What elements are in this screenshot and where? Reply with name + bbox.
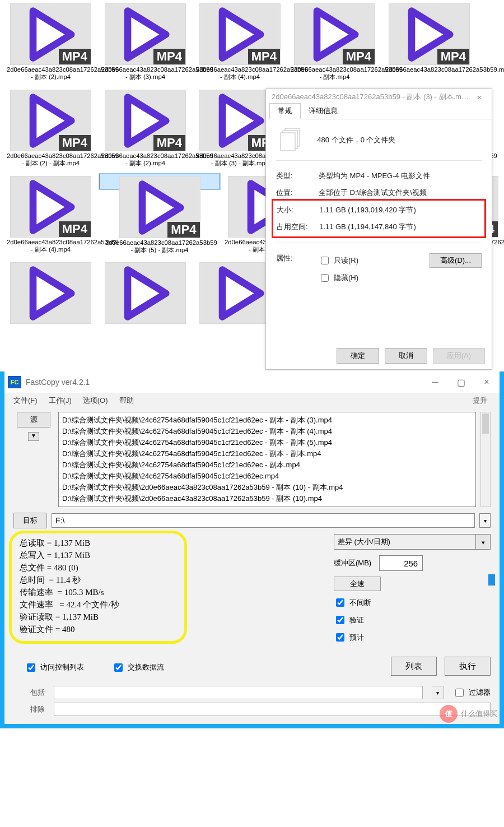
mode-dropdown-icon[interactable]: ▾ <box>476 534 491 550</box>
swap-checkbox[interactable]: 交换数据流 <box>112 662 164 673</box>
maximize-icon[interactable]: ▢ <box>448 374 474 391</box>
dest-input[interactable] <box>52 513 475 528</box>
close-icon[interactable]: × <box>470 92 488 102</box>
scrollbar[interactable] <box>480 412 491 507</box>
fastcopy-window: FC FastCopy ver4.2.1 ─ ▢ × 文件(F) 工作(J) 选… <box>0 371 504 728</box>
file-tile[interactable]: MP42d0e66aeac43a823c08aa17262a53b59 - 副本… <box>99 87 192 171</box>
app-icon: FC <box>8 376 21 388</box>
window-title: FastCopy ver4.2.1 <box>26 378 422 387</box>
location-label: 位置: <box>276 188 319 198</box>
exclude-input[interactable] <box>54 703 491 716</box>
nonstop-checkbox[interactable]: 不间断 <box>334 597 491 608</box>
file-tile[interactable]: MP42d0e66aeac43a823c08aa17262a53b59 - 副本… <box>99 174 220 189</box>
filter-checkbox[interactable]: 过滤器 <box>453 687 491 699</box>
stats-panel: 总读取 = 1,137 MiB 总写入 = 1,137 MiB 总文件 = 48… <box>13 534 183 640</box>
acl-checkbox[interactable]: 访问控制列表 <box>25 662 84 673</box>
menu-option[interactable]: 选项(O) <box>78 393 113 408</box>
type-value: 类型均为 MP4 - MPEG-4 电影文件 <box>319 171 482 181</box>
source-list[interactable]: D:\综合测试文件夹\视频\24c62754a68dfaf59045c1cf21… <box>58 412 476 507</box>
file-tile[interactable]: MP42d0e66aeac43a823c08aa17262a53b59 - 副本… <box>4 174 97 258</box>
file-tile[interactable]: MP42d0e66aeac43a823c08aa17262a53b59 - 副本… <box>99 1 192 85</box>
include-dropdown[interactable]: ▾ <box>432 686 444 699</box>
cancel-button[interactable]: 取消 <box>385 348 427 364</box>
tab-general[interactable]: 常规 <box>269 103 301 119</box>
exec-button[interactable]: 执行 <box>445 657 491 676</box>
apply-button[interactable]: 应用(A) <box>433 348 485 364</box>
size-label: 大小: <box>277 205 319 215</box>
file-tile[interactable]: MP42d0e66aeac43a823c08aa17262a53b59 - 副本… <box>288 1 381 85</box>
svg-rect-2 <box>281 133 295 151</box>
include-label: 包括 <box>13 687 45 698</box>
properties-dialog: 2d0e66aeac43a823c08aa17262a53b59 - 副本 (3… <box>265 89 492 370</box>
speed-slider-knob[interactable] <box>488 574 495 586</box>
include-input[interactable] <box>54 686 423 699</box>
dest-dropdown[interactable]: ▾ <box>479 513 491 528</box>
mode-select[interactable] <box>334 534 476 550</box>
menu-help[interactable]: 帮助 <box>115 393 138 408</box>
list-button[interactable]: 列表 <box>391 657 437 676</box>
buffer-label: 缓冲区(MB) <box>334 558 371 568</box>
file-tile[interactable]: MP42d0e66aeac43a823c08aa17262a53b59 - 副本… <box>4 1 97 85</box>
menu-work[interactable]: 工作(J) <box>44 393 76 408</box>
readonly-checkbox[interactable]: 只读(R) <box>319 255 358 266</box>
menu-rise[interactable]: 提升 <box>468 393 495 408</box>
properties-title: 2d0e66aeac43a823c08aa17262a53b59 - 副本 (3… <box>272 92 470 102</box>
source-dropdown[interactable]: ▼ <box>28 432 39 441</box>
file-tile[interactable]: MP42d0e66aeac43a823c08aa17262a53b59.mp4 <box>383 1 475 85</box>
watermark: 值什么值得买 <box>440 705 497 723</box>
dest-button[interactable]: 目标 <box>13 513 47 528</box>
source-button[interactable]: 源 <box>17 412 50 428</box>
ok-button[interactable]: 确定 <box>337 348 379 364</box>
size-highlight-box: 大小:1.11 GB (1,193,019,420 字节) 占用空间:1.11 … <box>272 199 486 238</box>
disk-value: 1.11 GB (1,194,147,840 字节) <box>319 222 481 232</box>
stats-text: 总读取 = 1,137 MiB 总写入 = 1,137 MiB 总文件 = 48… <box>9 531 187 644</box>
file-count: 480 个文件，0 个文件夹 <box>317 135 395 145</box>
fullspeed-button[interactable]: 全速 <box>334 577 381 591</box>
files-stack-icon <box>278 127 304 154</box>
buffer-input[interactable] <box>379 555 423 571</box>
explorer-window: MP42d0e66aeac43a823c08aa17262a53b59 - 副本… <box>0 0 504 371</box>
exclude-label: 排除 <box>13 704 45 714</box>
file-tile[interactable] <box>99 260 192 324</box>
verify-checkbox[interactable]: 验证 <box>334 614 491 626</box>
menu-bar: 文件(F) 工作(J) 选项(O) 帮助 提升 <box>4 393 500 408</box>
advanced-button[interactable]: 高级(D)... <box>430 253 482 268</box>
disk-label: 占用空间: <box>277 222 319 232</box>
location-value: 全部位于 D:\综合测试文件夹\视频 <box>319 188 482 198</box>
menu-file[interactable]: 文件(F) <box>9 393 42 408</box>
minimize-icon[interactable]: ─ <box>422 374 448 391</box>
titlebar: FC FastCopy ver4.2.1 ─ ▢ × <box>4 371 500 393</box>
size-value: 1.11 GB (1,193,019,420 字节) <box>319 205 481 215</box>
file-tile[interactable]: MP42d0e66aeac43a823c08aa17262a53b59 - 副本… <box>194 1 286 85</box>
close-icon[interactable]: × <box>474 374 500 391</box>
hidden-checkbox[interactable]: 隐藏(H) <box>319 272 482 284</box>
file-tile[interactable] <box>4 260 97 324</box>
type-label: 类型: <box>276 171 319 181</box>
tab-details[interactable]: 详细信息 <box>301 104 346 119</box>
attr-label: 属性: <box>276 253 319 284</box>
estimate-checkbox[interactable]: 预计 <box>334 631 491 643</box>
file-tile[interactable]: MP42d0e66aeac43a823c08aa17262a53b59 - 副本… <box>4 87 97 171</box>
